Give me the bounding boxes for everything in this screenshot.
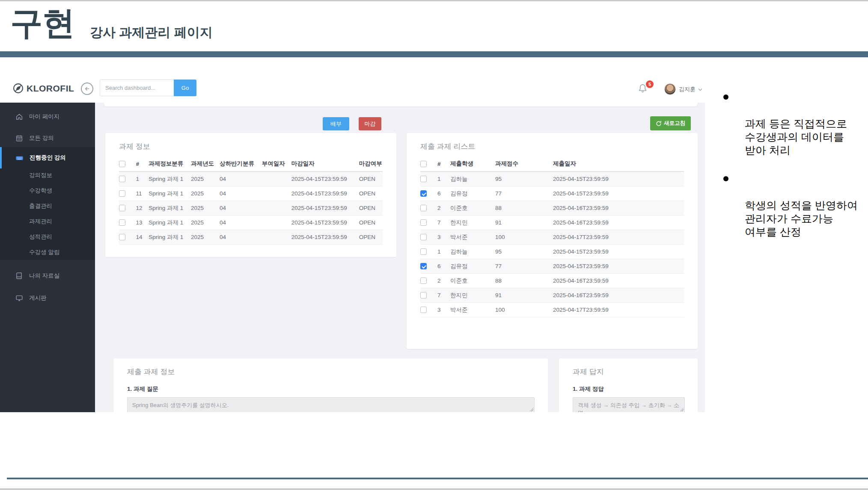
cell-checkbox bbox=[119, 176, 136, 182]
row-checkbox[interactable] bbox=[420, 190, 427, 197]
submissions-panel: 제출 과제 리스트 # 제출학생 과제점수 제출일자 1김하늘952025-04… bbox=[407, 133, 698, 349]
distribute-button[interactable]: 배부 bbox=[323, 117, 349, 130]
cell-num: 11 bbox=[136, 190, 149, 197]
cell-status: OPEN bbox=[359, 190, 383, 197]
cell-checkbox bbox=[420, 234, 437, 240]
close-deadline-button[interactable]: 마감 bbox=[359, 117, 381, 130]
cell-due: 2025-04-15T23:59:59 bbox=[291, 190, 359, 197]
cell-num: 13 bbox=[136, 219, 149, 226]
sidebar-subitem-students[interactable]: 수강학생 bbox=[0, 183, 95, 198]
sidebar-item-board[interactable]: 게시판 bbox=[0, 287, 95, 309]
submission-detail-panel: 제출 과제 정보 1. 과제 질문 Spring Bean의 생명주기를 설명하… bbox=[113, 358, 548, 412]
cell-category: Spring 과제 1 bbox=[149, 204, 191, 212]
refresh-button[interactable]: 새로고침 bbox=[650, 116, 691, 130]
cell-checkbox bbox=[420, 263, 437, 269]
row-checkbox[interactable] bbox=[119, 234, 125, 240]
cell-score: 88 bbox=[495, 205, 553, 211]
assignment-row: 13Spring 과제 12025042025-04-15T23:59:59OP… bbox=[119, 215, 383, 230]
cell-num: 6 bbox=[437, 263, 450, 269]
row-checkbox[interactable] bbox=[119, 205, 125, 211]
header-divider-bar bbox=[0, 51, 868, 57]
cell-student: 박서준 bbox=[450, 233, 495, 241]
assignment-table: # 과제정보분류 과제년도 상하반기분류 부여일자 마감일자 마감여부 1Spr… bbox=[119, 156, 383, 245]
cell-num: 1 bbox=[437, 176, 450, 182]
keyboard-icon bbox=[15, 154, 24, 162]
cell-half: 04 bbox=[220, 234, 262, 240]
assignment-row: 1Spring 과제 12025042025-04-15T23:59:59OPE… bbox=[119, 172, 383, 186]
slide-subtitle: 강사 과제관리 페이지 bbox=[90, 24, 213, 41]
row-checkbox[interactable] bbox=[119, 190, 125, 197]
sidebar-item-ongoing-courses[interactable]: 진행중인 강의 bbox=[0, 147, 95, 168]
slide-canvas: 구현 강사 과제관리 페이지 KLOROFIL Go bbox=[0, 0, 868, 490]
answer-sheet-panel: 과제 답지 1. 과제 정답 객체 생성 → 의존성 주입 → 초기화 → 소멸 bbox=[559, 358, 698, 412]
sidebar-subitem-label: 출결관리 bbox=[29, 202, 52, 210]
cell-student: 한지민 bbox=[450, 292, 495, 299]
cell-date: 2025-04-15T23:59:59 bbox=[553, 248, 681, 255]
submission-row: 6김유정772025-04-15T23:59:59 bbox=[420, 259, 684, 274]
monitor-icon bbox=[15, 294, 23, 302]
collapse-sidebar-button[interactable] bbox=[81, 83, 93, 95]
slide-top-border bbox=[0, 0, 868, 1]
row-checkbox[interactable] bbox=[420, 292, 427, 298]
sidebar-subitem-grades[interactable]: 성적관리 bbox=[0, 229, 95, 245]
select-all-checkbox[interactable] bbox=[420, 161, 427, 167]
cell-num: 7 bbox=[437, 219, 450, 226]
cell-status: OPEN bbox=[359, 234, 383, 240]
row-checkbox[interactable] bbox=[420, 219, 427, 226]
col-header: 과제년도 bbox=[191, 160, 220, 168]
cell-num: 3 bbox=[437, 307, 450, 313]
notification-count-badge: 5 bbox=[645, 80, 654, 89]
sidebar-subitem-assignments[interactable]: 과제관리 bbox=[0, 214, 95, 229]
row-checkbox[interactable] bbox=[420, 263, 427, 269]
cell-due: 2025-04-15T23:59:59 bbox=[291, 219, 359, 226]
row-checkbox[interactable] bbox=[119, 219, 125, 226]
sidebar-item-my-library[interactable]: 나의 자료실 bbox=[0, 265, 95, 286]
sidebar-item-my-page[interactable]: 마이 페이지 bbox=[0, 106, 95, 127]
slide-title: 구현 bbox=[10, 6, 74, 40]
leaf-icon bbox=[13, 83, 24, 94]
cell-category: Spring 과제 1 bbox=[149, 233, 191, 241]
cell-category: Spring 과제 1 bbox=[149, 190, 191, 198]
bullet-dot bbox=[723, 176, 728, 181]
cell-status: OPEN bbox=[359, 205, 383, 211]
submission-row: 2이준호882025-04-16T23:59:59 bbox=[420, 201, 684, 215]
cell-num: 1 bbox=[136, 176, 149, 182]
row-checkbox[interactable] bbox=[420, 205, 427, 211]
panel-title: 과제 답지 bbox=[559, 358, 698, 382]
row-checkbox[interactable] bbox=[420, 307, 427, 313]
book-icon bbox=[15, 272, 23, 280]
answer-textarea[interactable]: 객체 생성 → 의존성 주입 → 초기화 → 소멸 bbox=[573, 397, 685, 412]
search-input[interactable] bbox=[100, 80, 174, 96]
user-menu[interactable]: 김지훈 bbox=[679, 86, 702, 93]
bullet-dot bbox=[723, 94, 728, 100]
slide-notes: 과제 등은 직접적으로 수강생과의 데이터를 받아 처리 학생의 성적을 반영하… bbox=[717, 91, 867, 254]
row-checkbox[interactable] bbox=[420, 234, 427, 240]
sidebar-item-all-courses[interactable]: 모든 강의 bbox=[0, 127, 95, 149]
cell-date: 2025-04-15T23:59:59 bbox=[553, 190, 681, 197]
cell-date: 2025-04-16T23:59:59 bbox=[553, 277, 681, 284]
row-checkbox[interactable] bbox=[119, 176, 125, 182]
sidebar: 마이 페이지 모든 강의 진행중인 강의 강의정보 수강학생 출결관리 과 bbox=[0, 103, 95, 412]
arrow-left-icon bbox=[84, 86, 90, 92]
question-textarea[interactable]: Spring Bean의 생명주기를 설명하시오. bbox=[127, 397, 535, 412]
sidebar-subitem-student-notice[interactable]: 수강생 알림 bbox=[0, 245, 95, 260]
user-avatar[interactable] bbox=[664, 83, 676, 95]
row-checkbox[interactable] bbox=[420, 176, 427, 182]
sidebar-subitem-course-info[interactable]: 강의정보 bbox=[0, 168, 95, 183]
logo-text: KLOROFIL bbox=[27, 83, 74, 94]
notifications-button[interactable]: 5 bbox=[638, 83, 657, 97]
col-header: 상하반기분류 bbox=[220, 160, 262, 168]
sidebar-subitem-label: 성적관리 bbox=[29, 233, 52, 241]
col-header: 제출일자 bbox=[553, 160, 681, 168]
select-all-checkbox[interactable] bbox=[119, 161, 125, 167]
cell-date: 2025-04-16T23:59:59 bbox=[553, 292, 681, 298]
cell-status: OPEN bbox=[359, 219, 383, 226]
row-checkbox[interactable] bbox=[420, 277, 427, 284]
search-go-button[interactable]: Go bbox=[174, 80, 196, 96]
cell-num: 1 bbox=[437, 248, 450, 255]
cell-year: 2025 bbox=[191, 190, 220, 197]
cell-num: 2 bbox=[437, 205, 450, 211]
row-checkbox[interactable] bbox=[420, 248, 427, 255]
submission-row: 7한지민912025-04-16T23:59:59 bbox=[420, 288, 684, 303]
sidebar-subitem-attendance[interactable]: 출결관리 bbox=[0, 198, 95, 214]
